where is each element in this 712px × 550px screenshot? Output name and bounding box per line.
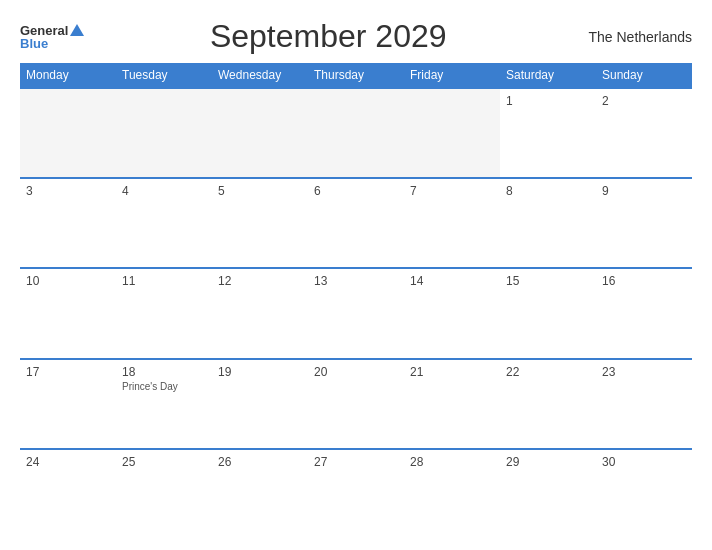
day-number: 7 xyxy=(410,184,417,198)
day-number: 4 xyxy=(122,184,129,198)
calendar-cell: 7 xyxy=(404,179,500,267)
day-number: 17 xyxy=(26,365,39,379)
calendar-cell: 29 xyxy=(500,450,596,538)
calendar-cell: 20 xyxy=(308,360,404,448)
header-sunday: Sunday xyxy=(596,63,692,87)
header-tuesday: Tuesday xyxy=(116,63,212,87)
calendar-cell: 2 xyxy=(596,89,692,177)
calendar-cell: 26 xyxy=(212,450,308,538)
calendar-week-5: 24252627282930 xyxy=(20,448,692,538)
header-monday: Monday xyxy=(20,63,116,87)
day-number: 30 xyxy=(602,455,615,469)
calendar-cell: 27 xyxy=(308,450,404,538)
calendar-cell: 25 xyxy=(116,450,212,538)
calendar-cell xyxy=(116,89,212,177)
day-number: 21 xyxy=(410,365,423,379)
calendar-cell xyxy=(212,89,308,177)
calendar-cell: 17 xyxy=(20,360,116,448)
calendar-cell: 14 xyxy=(404,269,500,357)
country-label: The Netherlands xyxy=(572,29,692,45)
day-number: 5 xyxy=(218,184,225,198)
header-friday: Friday xyxy=(404,63,500,87)
day-number: 9 xyxy=(602,184,609,198)
day-number: 15 xyxy=(506,274,519,288)
day-number: 20 xyxy=(314,365,327,379)
logo-general-text: General xyxy=(20,24,68,37)
calendar-cell: 5 xyxy=(212,179,308,267)
calendar-header: General Blue September 2029 The Netherla… xyxy=(20,18,692,55)
calendar-cell: 1 xyxy=(500,89,596,177)
calendar-cell: 24 xyxy=(20,450,116,538)
day-number: 28 xyxy=(410,455,423,469)
day-number: 23 xyxy=(602,365,615,379)
header-thursday: Thursday xyxy=(308,63,404,87)
calendar-cell: 4 xyxy=(116,179,212,267)
day-number: 14 xyxy=(410,274,423,288)
calendar-title: September 2029 xyxy=(84,18,572,55)
calendar-week-2: 3456789 xyxy=(20,177,692,267)
logo-flag-icon xyxy=(70,24,84,36)
day-number: 26 xyxy=(218,455,231,469)
calendar-cell: 18Prince's Day xyxy=(116,360,212,448)
calendar-cell: 13 xyxy=(308,269,404,357)
calendar-cell: 30 xyxy=(596,450,692,538)
calendar-cell: 3 xyxy=(20,179,116,267)
calendar-cell: 15 xyxy=(500,269,596,357)
calendar-cell: 8 xyxy=(500,179,596,267)
calendar-cell: 21 xyxy=(404,360,500,448)
day-number: 13 xyxy=(314,274,327,288)
day-number: 10 xyxy=(26,274,39,288)
day-number: 19 xyxy=(218,365,231,379)
header-wednesday: Wednesday xyxy=(212,63,308,87)
day-number: 24 xyxy=(26,455,39,469)
calendar-cell: 9 xyxy=(596,179,692,267)
day-number: 8 xyxy=(506,184,513,198)
calendar-grid: Monday Tuesday Wednesday Thursday Friday… xyxy=(20,63,692,538)
calendar-cell: 16 xyxy=(596,269,692,357)
calendar-cell: 28 xyxy=(404,450,500,538)
calendar-week-1: 12 xyxy=(20,87,692,177)
logo: General Blue xyxy=(20,24,84,50)
day-number: 25 xyxy=(122,455,135,469)
day-number: 22 xyxy=(506,365,519,379)
calendar-cell: 19 xyxy=(212,360,308,448)
day-number: 1 xyxy=(506,94,513,108)
day-number: 11 xyxy=(122,274,135,288)
day-number: 6 xyxy=(314,184,321,198)
calendar-body: 123456789101112131415161718Prince's Day1… xyxy=(20,87,692,538)
calendar-cell: 22 xyxy=(500,360,596,448)
header-saturday: Saturday xyxy=(500,63,596,87)
calendar-cell xyxy=(308,89,404,177)
calendar-cell: 10 xyxy=(20,269,116,357)
calendar-week-3: 10111213141516 xyxy=(20,267,692,357)
calendar-cell xyxy=(404,89,500,177)
day-number: 16 xyxy=(602,274,615,288)
event-label: Prince's Day xyxy=(122,381,206,392)
calendar-page: General Blue September 2029 The Netherla… xyxy=(0,0,712,550)
calendar-week-4: 1718Prince's Day1920212223 xyxy=(20,358,692,448)
day-number: 29 xyxy=(506,455,519,469)
weekday-header-row: Monday Tuesday Wednesday Thursday Friday… xyxy=(20,63,692,87)
logo-blue-text: Blue xyxy=(20,37,48,50)
calendar-cell: 11 xyxy=(116,269,212,357)
day-number: 18 xyxy=(122,365,135,379)
calendar-cell: 6 xyxy=(308,179,404,267)
calendar-cell: 12 xyxy=(212,269,308,357)
day-number: 27 xyxy=(314,455,327,469)
day-number: 2 xyxy=(602,94,609,108)
day-number: 3 xyxy=(26,184,33,198)
day-number: 12 xyxy=(218,274,231,288)
calendar-cell: 23 xyxy=(596,360,692,448)
calendar-cell xyxy=(20,89,116,177)
